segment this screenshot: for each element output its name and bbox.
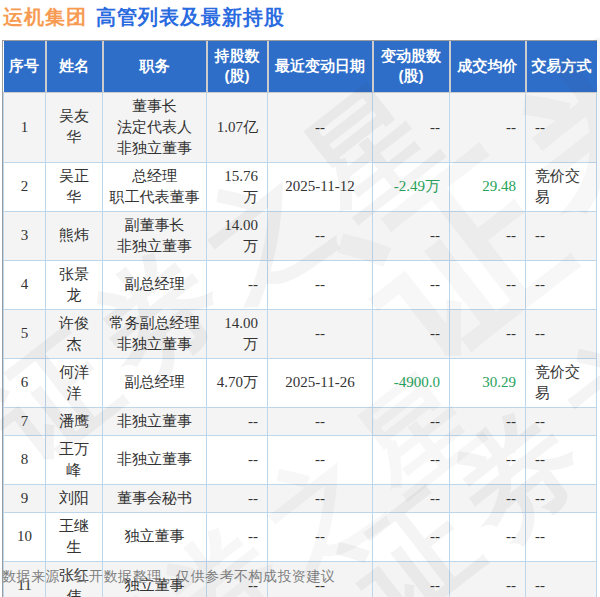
cell-change-date: 2025-11-26	[268, 358, 373, 407]
cell-avg-price: --	[450, 484, 526, 512]
cell-no: 8	[4, 435, 46, 484]
table-row: 7 潘鹰 非独立董事 -- -- -- -- --	[4, 407, 597, 435]
cell-position: 副总经理	[103, 358, 207, 407]
cell-name: 王万峰	[46, 435, 103, 484]
header-name: 姓名	[46, 41, 103, 92]
table-row: 2 吴正华 总经理 职工代表董事 15.76万 2025-11-12 -2.49…	[4, 162, 597, 211]
cell-name: 吴友华	[46, 92, 103, 162]
cell-no: 7	[4, 407, 46, 435]
cell-trade-method: --	[526, 512, 597, 561]
cell-shares: 1.07亿	[207, 92, 268, 162]
table-row: 6 何洋洋 副总经理 4.70万 2025-11-26 -4900.0 30.2…	[4, 358, 597, 407]
cell-avg-price: 30.29	[450, 358, 526, 407]
cell-change-shares: -2.49万	[373, 162, 450, 211]
cell-change-shares: --	[373, 309, 450, 358]
cell-trade-method: --	[526, 211, 597, 260]
cell-change-shares: --	[373, 260, 450, 309]
cell-avg-price: --	[450, 435, 526, 484]
cell-position: 副总经理	[103, 260, 207, 309]
cell-no: 4	[4, 260, 46, 309]
cell-shares: --	[207, 260, 268, 309]
cell-position: 非独立董事	[103, 407, 207, 435]
cell-change-date: --	[268, 92, 373, 162]
cell-name: 何洋洋	[46, 358, 103, 407]
cell-change-shares: --	[373, 512, 450, 561]
cell-avg-price: --	[450, 309, 526, 358]
header-change-shares: 变动股数 (股)	[373, 41, 450, 92]
title-subtitle: 高管列表及最新持股	[96, 6, 285, 28]
cell-trade-method: 竞价交易	[526, 358, 597, 407]
cell-trade-method: 竞价交易	[526, 162, 597, 211]
cell-change-shares: -4900.0	[373, 358, 450, 407]
cell-shares: --	[207, 484, 268, 512]
cell-name: 熊炜	[46, 211, 103, 260]
cell-name: 刘阳	[46, 484, 103, 512]
cell-change-shares: --	[373, 561, 450, 597]
table-row: 4 张景龙 副总经理 -- -- -- -- --	[4, 260, 597, 309]
cell-position: 独立董事	[103, 512, 207, 561]
cell-no: 9	[4, 484, 46, 512]
table-row: 5 许俊杰 常务副总经理 非独立董事 14.00万 -- -- -- --	[4, 309, 597, 358]
cell-avg-price: --	[450, 211, 526, 260]
cell-avg-price: --	[450, 260, 526, 309]
cell-change-date: --	[268, 407, 373, 435]
cell-change-date: --	[268, 309, 373, 358]
footer-disclaimer: 数据来源：公开数据整理，仅供参考不构成投资建议	[2, 568, 336, 586]
cell-no: 1	[4, 92, 46, 162]
cell-avg-price: --	[450, 92, 526, 162]
header-shares: 持股数 (股)	[207, 41, 268, 92]
cell-change-shares: --	[373, 435, 450, 484]
cell-trade-method: --	[526, 309, 597, 358]
cell-avg-price: --	[450, 407, 526, 435]
header-avg-price: 成交均价	[450, 41, 526, 92]
table-row: 10 王继生 独立董事 -- -- -- -- --	[4, 512, 597, 561]
cell-name: 吴正华	[46, 162, 103, 211]
header-position: 职务	[103, 41, 207, 92]
cell-no: 6	[4, 358, 46, 407]
cell-change-shares: --	[373, 484, 450, 512]
header-no: 序号	[4, 41, 46, 92]
cell-name: 王继生	[46, 512, 103, 561]
cell-shares: 4.70万	[207, 358, 268, 407]
cell-change-date: --	[268, 484, 373, 512]
cell-name: 许俊杰	[46, 309, 103, 358]
cell-change-shares: --	[373, 92, 450, 162]
cell-change-date: --	[268, 260, 373, 309]
cell-trade-method: --	[526, 92, 597, 162]
cell-trade-method: --	[526, 561, 597, 597]
cell-change-shares: --	[373, 211, 450, 260]
cell-shares: --	[207, 512, 268, 561]
cell-trade-method: --	[526, 435, 597, 484]
header-trade-method: 交易方式	[526, 41, 597, 92]
cell-avg-price: 29.48	[450, 162, 526, 211]
cell-no: 2	[4, 162, 46, 211]
table-header-row: 序号 姓名 职务 持股数 (股) 最近变动日期 变动股数 (股) 成交均价 交易…	[4, 41, 597, 92]
page-title: 运机集团高管列表及最新持股	[3, 4, 285, 31]
cell-shares: 15.76万	[207, 162, 268, 211]
cell-avg-price: --	[450, 561, 526, 597]
cell-no: 3	[4, 211, 46, 260]
cell-avg-price: --	[450, 512, 526, 561]
table-row: 1 吴友华 董事长 法定代表人 非独立董事 1.07亿 -- -- -- --	[4, 92, 597, 162]
cell-no: 5	[4, 309, 46, 358]
cell-change-date: --	[268, 512, 373, 561]
cell-trade-method: --	[526, 260, 597, 309]
table-row: 3 熊炜 副董事长 非独立董事 14.00万 -- -- -- --	[4, 211, 597, 260]
cell-shares: 14.00万	[207, 211, 268, 260]
cell-position: 总经理 职工代表董事	[103, 162, 207, 211]
cell-position: 常务副总经理 非独立董事	[103, 309, 207, 358]
cell-shares: 14.00万	[207, 309, 268, 358]
cell-position: 非独立董事	[103, 435, 207, 484]
table-body: 1 吴友华 董事长 法定代表人 非独立董事 1.07亿 -- -- -- -- …	[4, 92, 597, 597]
cell-change-shares: --	[373, 407, 450, 435]
cell-change-date: --	[268, 435, 373, 484]
cell-shares: --	[207, 407, 268, 435]
cell-name: 潘鹰	[46, 407, 103, 435]
cell-no: 10	[4, 512, 46, 561]
cell-change-date: --	[268, 211, 373, 260]
table-row: 9 刘阳 董事会秘书 -- -- -- -- --	[4, 484, 597, 512]
header-change-date: 最近变动日期	[268, 41, 373, 92]
cell-trade-method: --	[526, 484, 597, 512]
title-stock-name: 运机集团	[3, 6, 87, 28]
cell-name: 张景龙	[46, 260, 103, 309]
